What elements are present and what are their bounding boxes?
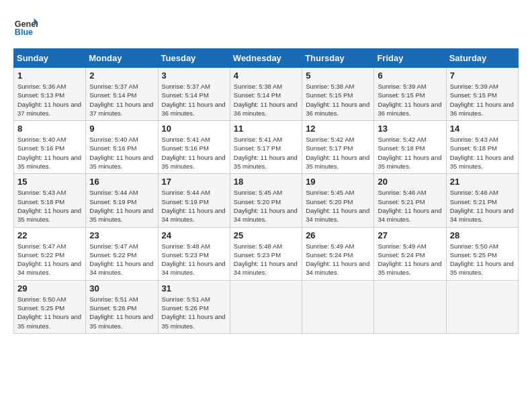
weekday-header-wednesday: Wednesday: [230, 49, 302, 68]
day-cell: 10 Sunrise: 5:41 AMSunset: 5:16 PMDaylig…: [158, 121, 230, 174]
weekday-header-monday: Monday: [86, 49, 158, 68]
day-cell: 13 Sunrise: 5:42 AMSunset: 5:18 PMDaylig…: [374, 121, 446, 174]
day-info: Sunrise: 5:50 AMSunset: 5:25 PMDaylight:…: [450, 242, 514, 277]
day-info: Sunrise: 5:47 AMSunset: 5:22 PMDaylight:…: [17, 242, 81, 277]
logo-icon: General Blue: [13, 13, 38, 38]
day-info: Sunrise: 5:44 AMSunset: 5:19 PMDaylight:…: [89, 189, 153, 223]
day-number: 23: [89, 230, 154, 240]
day-number: 31: [162, 283, 226, 293]
day-info: Sunrise: 5:50 AMSunset: 5:25 PMDaylight:…: [17, 295, 81, 330]
day-number: 22: [17, 230, 82, 240]
day-info: Sunrise: 5:40 AMSunset: 5:16 PMDaylight:…: [89, 136, 153, 170]
week-row-1: 1 Sunrise: 5:36 AMSunset: 5:13 PMDayligh…: [14, 68, 519, 121]
day-cell: 30 Sunrise: 5:51 AMSunset: 5:26 PMDaylig…: [86, 280, 158, 333]
day-cell: 1 Sunrise: 5:36 AMSunset: 5:13 PMDayligh…: [14, 68, 86, 121]
day-number: 2: [89, 71, 154, 81]
day-info: Sunrise: 5:43 AMSunset: 5:18 PMDaylight:…: [17, 189, 81, 223]
day-number: 9: [89, 124, 154, 134]
day-number: 17: [162, 177, 226, 187]
day-info: Sunrise: 5:39 AMSunset: 5:15 PMDaylight:…: [378, 83, 441, 117]
weekday-header-tuesday: Tuesday: [158, 49, 230, 68]
day-cell: 6 Sunrise: 5:39 AMSunset: 5:15 PMDayligh…: [374, 68, 446, 121]
day-cell: 27 Sunrise: 5:49 AMSunset: 5:24 PMDaylig…: [374, 227, 446, 280]
day-number: 5: [306, 71, 370, 81]
day-cell: [230, 280, 302, 333]
day-info: Sunrise: 5:37 AMSunset: 5:14 PMDaylight:…: [162, 83, 226, 117]
day-number: 19: [306, 177, 370, 187]
day-number: 10: [162, 124, 226, 134]
day-cell: 23 Sunrise: 5:47 AMSunset: 5:22 PMDaylig…: [86, 227, 158, 280]
day-info: Sunrise: 5:46 AMSunset: 5:21 PMDaylight:…: [450, 189, 514, 223]
day-number: 28: [450, 230, 515, 240]
day-cell: 11 Sunrise: 5:41 AMSunset: 5:17 PMDaylig…: [230, 121, 302, 174]
day-cell: 16 Sunrise: 5:44 AMSunset: 5:19 PMDaylig…: [86, 174, 158, 227]
day-info: Sunrise: 5:51 AMSunset: 5:26 PMDaylight:…: [162, 295, 226, 330]
day-number: 1: [17, 71, 82, 81]
day-info: Sunrise: 5:47 AMSunset: 5:22 PMDaylight:…: [89, 242, 153, 277]
day-cell: 14 Sunrise: 5:43 AMSunset: 5:18 PMDaylig…: [446, 121, 518, 174]
day-cell: [302, 280, 374, 333]
day-number: 15: [17, 177, 82, 187]
day-cell: 15 Sunrise: 5:43 AMSunset: 5:18 PMDaylig…: [14, 174, 86, 227]
day-number: 11: [234, 124, 298, 134]
day-number: 8: [17, 124, 82, 134]
day-cell: [374, 280, 446, 333]
day-number: 21: [450, 177, 515, 187]
day-cell: 18 Sunrise: 5:45 AMSunset: 5:20 PMDaylig…: [230, 174, 302, 227]
day-number: 7: [450, 71, 515, 81]
day-cell: 31 Sunrise: 5:51 AMSunset: 5:26 PMDaylig…: [158, 280, 230, 333]
day-number: 26: [306, 230, 370, 240]
week-row-2: 8 Sunrise: 5:40 AMSunset: 5:16 PMDayligh…: [14, 121, 519, 174]
day-number: 29: [17, 283, 82, 293]
weekday-header-friday: Friday: [374, 49, 446, 68]
day-number: 27: [378, 230, 442, 240]
day-number: 18: [234, 177, 298, 187]
day-number: 4: [234, 71, 298, 81]
day-info: Sunrise: 5:42 AMSunset: 5:18 PMDaylight:…: [378, 136, 441, 170]
day-info: Sunrise: 5:46 AMSunset: 5:21 PMDaylight:…: [378, 189, 441, 223]
day-cell: 9 Sunrise: 5:40 AMSunset: 5:16 PMDayligh…: [86, 121, 158, 174]
day-info: Sunrise: 5:41 AMSunset: 5:16 PMDaylight:…: [162, 136, 226, 170]
day-info: Sunrise: 5:45 AMSunset: 5:20 PMDaylight:…: [306, 189, 369, 223]
week-row-4: 22 Sunrise: 5:47 AMSunset: 5:22 PMDaylig…: [14, 227, 519, 280]
day-number: 24: [162, 230, 226, 240]
day-cell: 5 Sunrise: 5:38 AMSunset: 5:15 PMDayligh…: [302, 68, 374, 121]
day-number: 13: [378, 124, 442, 134]
day-cell: 29 Sunrise: 5:50 AMSunset: 5:25 PMDaylig…: [14, 280, 86, 333]
day-cell: 28 Sunrise: 5:50 AMSunset: 5:25 PMDaylig…: [446, 227, 518, 280]
weekday-header-thursday: Thursday: [302, 49, 374, 68]
day-info: Sunrise: 5:48 AMSunset: 5:23 PMDaylight:…: [162, 242, 226, 277]
day-cell: 8 Sunrise: 5:40 AMSunset: 5:16 PMDayligh…: [14, 121, 86, 174]
day-info: Sunrise: 5:42 AMSunset: 5:17 PMDaylight:…: [306, 136, 369, 170]
day-cell: 20 Sunrise: 5:46 AMSunset: 5:21 PMDaylig…: [374, 174, 446, 227]
day-number: 20: [378, 177, 442, 187]
day-number: 25: [234, 230, 298, 240]
day-cell: 25 Sunrise: 5:48 AMSunset: 5:23 PMDaylig…: [230, 227, 302, 280]
day-cell: 22 Sunrise: 5:47 AMSunset: 5:22 PMDaylig…: [14, 227, 86, 280]
weekday-header-saturday: Saturday: [446, 49, 518, 68]
day-number: 12: [306, 124, 370, 134]
page-header: General Blue: [13, 13, 519, 38]
day-cell: 12 Sunrise: 5:42 AMSunset: 5:17 PMDaylig…: [302, 121, 374, 174]
day-cell: 24 Sunrise: 5:48 AMSunset: 5:23 PMDaylig…: [158, 227, 230, 280]
day-cell: 2 Sunrise: 5:37 AMSunset: 5:14 PMDayligh…: [86, 68, 158, 121]
day-info: Sunrise: 5:41 AMSunset: 5:17 PMDaylight:…: [234, 136, 298, 170]
day-number: 3: [162, 71, 226, 81]
day-cell: 17 Sunrise: 5:44 AMSunset: 5:19 PMDaylig…: [158, 174, 230, 227]
day-cell: 21 Sunrise: 5:46 AMSunset: 5:21 PMDaylig…: [446, 174, 518, 227]
day-info: Sunrise: 5:49 AMSunset: 5:24 PMDaylight:…: [306, 242, 369, 277]
day-info: Sunrise: 5:40 AMSunset: 5:16 PMDaylight:…: [17, 136, 81, 170]
day-info: Sunrise: 5:51 AMSunset: 5:26 PMDaylight:…: [89, 295, 153, 330]
day-info: Sunrise: 5:43 AMSunset: 5:18 PMDaylight:…: [450, 136, 514, 170]
week-row-3: 15 Sunrise: 5:43 AMSunset: 5:18 PMDaylig…: [14, 174, 519, 227]
day-info: Sunrise: 5:49 AMSunset: 5:24 PMDaylight:…: [378, 242, 441, 277]
day-info: Sunrise: 5:36 AMSunset: 5:13 PMDaylight:…: [17, 83, 81, 117]
day-info: Sunrise: 5:37 AMSunset: 5:14 PMDaylight:…: [89, 83, 153, 117]
week-row-5: 29 Sunrise: 5:50 AMSunset: 5:25 PMDaylig…: [14, 280, 519, 333]
day-info: Sunrise: 5:38 AMSunset: 5:14 PMDaylight:…: [234, 83, 298, 117]
day-number: 30: [89, 283, 154, 293]
day-cell: 19 Sunrise: 5:45 AMSunset: 5:20 PMDaylig…: [302, 174, 374, 227]
day-number: 6: [378, 71, 442, 81]
day-info: Sunrise: 5:45 AMSunset: 5:20 PMDaylight:…: [234, 189, 298, 223]
day-info: Sunrise: 5:44 AMSunset: 5:19 PMDaylight:…: [162, 189, 226, 223]
